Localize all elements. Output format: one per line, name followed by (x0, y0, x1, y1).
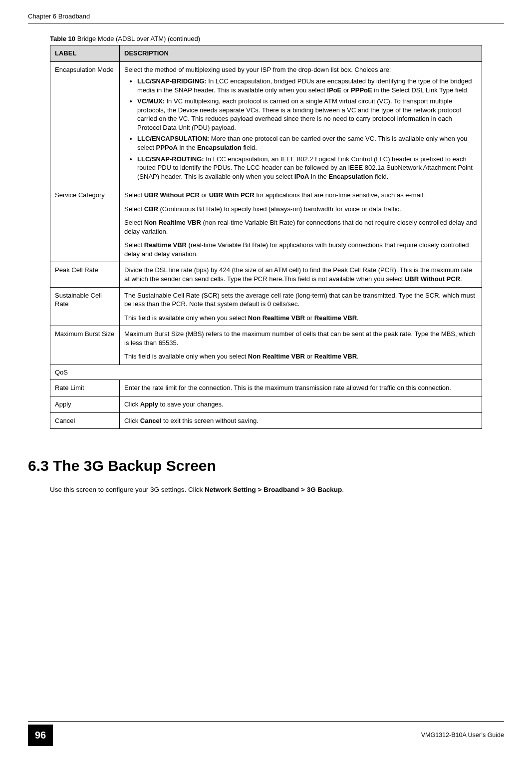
item-name: LLC/SNAP-BRIDGING: (137, 77, 207, 85)
table-row: Maximum Burst Size Maximum Burst Size (M… (50, 326, 482, 365)
bold-text: Apply (140, 400, 158, 408)
bold-text: Realtime VBR (314, 314, 357, 322)
item-bold: Encapsulation (197, 144, 242, 151)
text: This field is available only when you se… (124, 353, 248, 360)
bold-text: UBR Without PCR (405, 275, 460, 283)
item-text: in the (309, 173, 328, 180)
item-name: LLC/ENCAPSULATION: (137, 135, 209, 142)
text: . (460, 275, 462, 283)
text: or (200, 191, 209, 199)
row-section-qos: QoS (50, 365, 482, 380)
row-desc-apply: Click Apply to save your changes. (120, 396, 482, 412)
table-row: Sustainable Cell Rate The Sustainable Ce… (50, 287, 482, 326)
encap-list: LLC/SNAP-BRIDGING: In LCC encapsulation,… (124, 77, 477, 181)
section-body: Use this screen to configure your 3G set… (50, 485, 482, 494)
text: Select (124, 191, 144, 199)
table-caption: Table 10 Bridge Mode (ADSL over ATM) (co… (50, 34, 482, 43)
bold-text: Realtime VBR (314, 353, 357, 360)
table-header-row: LABEL DESCRIPTION (50, 45, 482, 62)
text: (Continuous Bit Rate) to specify fixed (… (158, 205, 401, 213)
bold-text: CBR (144, 205, 158, 213)
para: Select Realtime VBR (real-time Variable … (124, 241, 477, 258)
list-item: VC/MUX: In VC multiplexing, each protoco… (137, 97, 477, 132)
guide-name: VMG1312-B10A User’s Guide (421, 731, 504, 740)
bold-text: Non Realtime VBR (248, 314, 305, 322)
item-text: In VC multiplexing, each protocol is car… (137, 97, 461, 131)
row-desc-rate-limit: Enter the rate limit for the connection.… (120, 380, 482, 396)
para: This field is available only when you se… (124, 314, 477, 323)
page-number: 96 (28, 725, 53, 746)
page-footer: 96 VMG1312-B10A User’s Guide (0, 721, 532, 746)
text: . (357, 314, 359, 322)
bold-text: UBR Without PCR (144, 191, 200, 199)
text: . (342, 486, 344, 493)
row-label-peak-cell-rate: Peak Cell Rate (50, 262, 120, 287)
row-desc-max-burst-size: Maximum Burst Size (MBS) refers to the m… (120, 326, 482, 365)
para: This field is available only when you se… (124, 352, 477, 361)
bold-text: Non Realtime VBR (248, 353, 305, 360)
row-label-max-burst-size: Maximum Burst Size (50, 326, 120, 365)
text: or (305, 314, 314, 322)
settings-table: LABEL DESCRIPTION Encapsulation Mode Sel… (50, 45, 482, 429)
para: Select CBR (Continuous Bit Rate) to spec… (124, 205, 477, 214)
item-bold: PPPoE (351, 86, 372, 94)
table-row: QoS (50, 365, 482, 380)
bold-text: Cancel (140, 417, 162, 424)
text: Click (124, 400, 140, 408)
table-number: Table 10 (50, 35, 75, 42)
table-caption-text: Bridge Mode (ADSL over ATM) (continued) (75, 35, 200, 42)
table-row: Peak Cell Rate Divide the DSL line rate … (50, 262, 482, 287)
item-name: LLC/SNAP-ROUTING: (137, 155, 204, 163)
text: Select (124, 241, 144, 249)
text: Click (124, 417, 140, 424)
para: Select UBR Without PCR or UBR With PCR f… (124, 191, 477, 200)
text: . (357, 353, 359, 360)
item-name: VC/MUX: (137, 97, 165, 105)
list-item: LLC/SNAP-BRIDGING: In LCC encapsulation,… (137, 77, 477, 94)
item-bold: IPoA (294, 173, 309, 180)
item-bold: Encapsulation (328, 173, 373, 180)
row-label-service-category: Service Category (50, 187, 120, 262)
col-header-description: DESCRIPTION (120, 45, 482, 62)
row-label-apply: Apply (50, 396, 120, 412)
list-item: LLC/SNAP-ROUTING: In LCC encapsulation, … (137, 155, 477, 181)
row-label-encapsulation-mode: Encapsulation Mode (50, 61, 120, 187)
item-text: field. (242, 144, 257, 151)
item-text: field. (373, 173, 388, 180)
table-row: Service Category Select UBR Without PCR … (50, 187, 482, 262)
running-header: Chapter 6 Broadband (28, 12, 504, 23)
text: to exit this screen without saving. (161, 417, 258, 424)
row-desc-encapsulation-mode: Select the method of multiplexing used b… (120, 61, 482, 187)
footer-rule (28, 721, 504, 722)
item-text: in the (178, 144, 197, 151)
item-bold: PPPoA (156, 144, 178, 151)
text: This field is available only when you se… (124, 314, 248, 322)
text: Use this screen to configure your 3G set… (50, 486, 205, 493)
row-desc-peak-cell-rate: Divide the DSL line rate (bps) by 424 (t… (120, 262, 482, 287)
para: The Sustainable Cell Rate (SCR) sets the… (124, 291, 477, 309)
item-text: in the Select DSL Link Type field. (372, 86, 469, 94)
table-row: Rate Limit Enter the rate limit for the … (50, 380, 482, 396)
row-desc-cancel: Click Cancel to exit this screen without… (120, 412, 482, 429)
bold-text: Non Realtime VBR (144, 219, 201, 226)
bold-text: Realtime VBR (144, 241, 187, 249)
row-label-rate-limit: Rate Limit (50, 380, 120, 396)
text: for applications that are non-time sensi… (255, 191, 425, 199)
header-rule (28, 23, 504, 23)
list-item: LLC/ENCAPSULATION: More than one protoco… (137, 134, 477, 152)
text: or (305, 353, 314, 360)
encap-intro: Select the method of multiplexing used b… (124, 65, 477, 74)
para: Select Non Realtime VBR (non real-time V… (124, 218, 477, 236)
row-label-cancel: Cancel (50, 412, 120, 429)
table-row: Apply Click Apply to save your changes. (50, 396, 482, 412)
bold-text: UBR With PCR (209, 191, 255, 199)
para: Maximum Burst Size (MBS) refers to the m… (124, 330, 477, 347)
text: Select (124, 219, 144, 226)
row-desc-service-category: Select UBR Without PCR or UBR With PCR f… (120, 187, 482, 262)
col-header-label: LABEL (50, 45, 120, 62)
text: to save your changes. (158, 400, 224, 408)
item-bold: IPoE (327, 86, 341, 94)
table-row: Cancel Click Cancel to exit this screen … (50, 412, 482, 429)
row-desc-sustainable-cell-rate: The Sustainable Cell Rate (SCR) sets the… (120, 287, 482, 326)
row-label-sustainable-cell-rate: Sustainable Cell Rate (50, 287, 120, 326)
